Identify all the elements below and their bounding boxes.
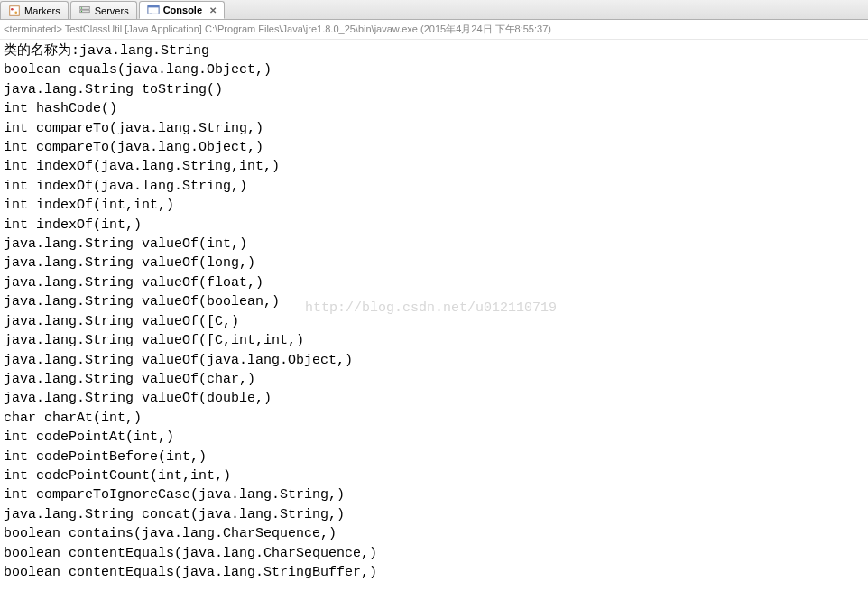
tab-label: Console [163,5,202,15]
tab-label: Servers [95,5,129,16]
console-line: int indexOf(int,) [4,216,864,235]
svg-rect-0 [10,5,20,15]
console-line: java.lang.String toString() [4,80,864,99]
console-line: java.lang.String valueOf(float,) [4,273,864,292]
console-line: boolean contentEquals(java.lang.CharSequ… [4,544,864,563]
console-line: java.lang.String valueOf(java.lang.Objec… [4,351,864,370]
console-line: java.lang.String valueOf(boolean,) [4,292,864,311]
console-line: 类的名称为:java.lang.String [4,42,864,60]
console-line: boolean equals(java.lang.Object,) [4,60,864,79]
console-line: int compareToIgnoreCase(java.lang.String… [4,485,864,504]
console-line: java.lang.String valueOf(double,) [4,389,864,408]
svg-point-6 [81,10,82,11]
tab-console[interactable]: _ Console ✕ [139,1,225,19]
console-line: boolean contains(java.lang.CharSequence,… [4,524,864,543]
console-line: java.lang.String valueOf(long,) [4,254,864,272]
console-line: boolean contentEquals(java.lang.StringBu… [4,563,864,582]
console-output[interactable]: http://blog.csdn.net/u012110719 类的名称为:ja… [0,40,868,584]
console-line: int hashCode() [4,99,864,118]
console-line: int compareTo(java.lang.Object,) [4,138,864,157]
console-icon: _ [147,4,160,16]
tab-bar: Markers Servers _ Console ✕ [0,0,868,20]
console-line: int indexOf(java.lang.String,int,) [4,157,864,176]
close-icon[interactable]: ✕ [209,5,217,15]
console-line: java.lang.String concat(java.lang.String… [4,505,864,524]
tab-servers[interactable]: Servers [70,1,137,19]
console-line: int indexOf(java.lang.String,) [4,177,864,196]
terminated-status: <terminated> TestClassUtil [Java Applica… [0,20,868,40]
console-line: java.lang.String valueOf([C,) [4,312,864,331]
console-line: int codePointCount(int,int,) [4,466,864,485]
console-line: java.lang.String valueOf(char,) [4,370,864,389]
console-line: char charAt(int,) [4,409,864,428]
servers-icon [78,5,91,17]
console-line: int codePointAt(int,) [4,428,864,447]
console-line: java.lang.String valueOf(int,) [4,235,864,254]
console-line: int codePointBefore(int,) [4,448,864,466]
markers-icon [8,5,21,17]
console-line: java.lang.String valueOf([C,int,int,) [4,331,864,350]
console-line: int indexOf(int,int,) [4,196,864,215]
tab-markers[interactable]: Markers [0,1,69,19]
tab-label: Markers [24,5,60,16]
svg-text:_: _ [148,8,152,14]
console-line: int compareTo(java.lang.String,) [4,119,864,138]
svg-point-5 [81,7,82,8]
svg-point-1 [11,7,14,10]
svg-point-2 [14,11,17,14]
